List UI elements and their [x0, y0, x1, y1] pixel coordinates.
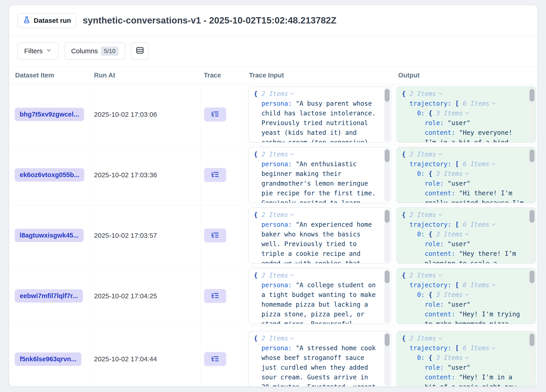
scrollbar[interactable] — [384, 269, 390, 323]
scrollbar[interactable] — [529, 269, 535, 323]
dataset-run-badge-label: Dataset run — [34, 17, 71, 24]
trace-cell — [200, 84, 245, 145]
list-tree-icon — [211, 110, 219, 119]
dataset-item-badge[interactable]: ek6oz6vtoxg055b... — [15, 168, 84, 182]
scrollbar-thumb[interactable] — [385, 271, 390, 283]
output-json[interactable]: { 2 Itemstrajectory: [ 6 Items0: { 3 Ite… — [396, 147, 536, 203]
toolbar: Filters Columns 5/10 — [9, 36, 537, 66]
filters-button-label: Filters — [24, 47, 43, 55]
dataset-run-card: Dataset run synthetic-conversations-v1 -… — [9, 5, 537, 386]
dataset-item-badge[interactable]: eebwi7mfil7lqlf7r... — [15, 289, 83, 303]
column-header-trace-input: Trace Input — [245, 66, 395, 84]
scrollbar-thumb[interactable] — [529, 89, 534, 102]
column-header-trace: Trace — [200, 66, 245, 84]
output-cell: { 2 Itemstrajectory: [ 6 Items0: { 3 Ite… — [395, 205, 537, 266]
json-content: { 2 Itemstrajectory: [ 6 Items0: { 3 Ite… — [397, 87, 525, 143]
trace-button[interactable] — [204, 289, 226, 303]
dataset-item-cell: ek6oz6vtoxg055b... — [9, 145, 90, 205]
list-tree-icon — [211, 171, 219, 179]
trace-input-cell: { 2 Itemspersona: "A college student on … — [245, 266, 395, 326]
run-at-value: 2025-10-02 17:03:06 — [94, 111, 157, 118]
output-json[interactable]: { 2 Itemstrajectory: [ 6 Items0: { 3 Ite… — [396, 268, 536, 324]
output-json[interactable]: { 2 Itemstrajectory: [ 6 Items0: { 3 Ite… — [396, 331, 536, 386]
json-content: { 2 Itemspersona: "An enthusiastic begin… — [249, 147, 377, 203]
dataset-item-badge[interactable]: l8agtuwxisgwk45... — [15, 229, 84, 242]
json-content: { 2 Itemstrajectory: [ 6 Items0: { 3 Ite… — [397, 208, 525, 264]
json-content: { 2 Itemstrajectory: [ 6 Items0: { 3 Ite… — [397, 147, 525, 203]
run-at-cell: 2025-10-02 17:04:25 — [90, 266, 200, 326]
table-body: bhg7t5xv9zgwcel... 2025-10-02 17:03:06 — [9, 84, 537, 386]
list-tree-icon — [211, 291, 219, 300]
run-at-value: 2025-10-02 17:04:44 — [94, 355, 157, 363]
scrollbar-thumb[interactable] — [529, 150, 534, 162]
dataset-item-cell: f5nk6lse963qrvn... — [9, 326, 90, 386]
scrollbar-thumb[interactable] — [385, 89, 390, 102]
output-cell: { 2 Itemstrajectory: [ 6 Items0: { 3 Ite… — [395, 266, 537, 326]
scrollbar-thumb[interactable] — [529, 334, 534, 346]
output-cell: { 2 Itemstrajectory: [ 6 Items0: { 3 Ite… — [395, 145, 537, 205]
output-cell: { 2 Itemstrajectory: [ 6 Items0: { 3 Ite… — [395, 84, 537, 145]
dataset-item-badge[interactable]: f5nk6lse963qrvn... — [15, 353, 81, 366]
column-header-dataset-item: Dataset Item — [9, 66, 90, 84]
column-header-output: Output — [395, 66, 537, 84]
trace-cell — [200, 326, 245, 386]
scrollbar[interactable] — [529, 209, 535, 262]
scrollbar-thumb[interactable] — [529, 210, 534, 223]
card-header: Dataset run synthetic-conversations-v1 -… — [9, 5, 537, 36]
trace-button[interactable] — [204, 352, 226, 366]
row-height-button[interactable] — [131, 42, 149, 60]
table-row: f5nk6lse963qrvn... 2025-10-02 17:04:44 — [9, 326, 537, 386]
json-content: { 2 Itemspersona: "An experienced home b… — [249, 208, 377, 264]
scrollbar-thumb[interactable] — [529, 271, 534, 283]
trace-input-cell: { 2 Itemspersona: "An experienced home b… — [245, 205, 395, 266]
json-content: { 2 Itemstrajectory: [ 6 Items0: { 3 Ite… — [397, 331, 525, 386]
run-at-cell: 2025-10-02 17:03:57 — [90, 205, 200, 266]
output-json[interactable]: { 2 Itemstrajectory: [ 6 Items0: { 3 Ite… — [396, 86, 536, 143]
scrollbar[interactable] — [529, 148, 535, 202]
run-at-cell: 2025-10-02 17:03:36 — [90, 145, 200, 205]
trace-button[interactable] — [204, 107, 226, 121]
table-header: Dataset Item Run At Trace Trace Input Ou… — [9, 66, 537, 84]
columns-button-label: Columns — [71, 47, 98, 55]
dataset-item-badge[interactable]: bhg7t5xv9zgwcel... — [15, 108, 84, 121]
trace-input-json[interactable]: { 2 Itemspersona: "An experienced home b… — [248, 207, 391, 264]
trace-input-json[interactable]: { 2 Itemspersona: "A college student on … — [248, 268, 391, 324]
json-content: { 2 Itemstrajectory: [ 6 Items0: { 3 Ite… — [397, 268, 525, 324]
trace-cell — [200, 266, 245, 326]
scrollbar[interactable] — [384, 148, 390, 202]
dataset-item-cell: bhg7t5xv9zgwcel... — [9, 84, 90, 145]
run-at-value: 2025-10-02 17:04:25 — [94, 292, 157, 300]
trace-input-json[interactable]: { 2 Itemspersona: "A stressed home cook … — [248, 331, 391, 386]
trace-input-cell: { 2 Itemspersona: "A stressed home cook … — [245, 326, 395, 386]
run-at-cell: 2025-10-02 17:03:06 — [90, 84, 200, 145]
column-header-run-at: Run At — [90, 66, 200, 84]
scrollbar[interactable] — [529, 332, 535, 386]
run-at-value: 2025-10-02 17:03:36 — [94, 171, 157, 179]
list-tree-icon — [211, 355, 219, 364]
scrollbar[interactable] — [384, 88, 390, 141]
scrollbar[interactable] — [529, 88, 535, 141]
page-title: synthetic-conversations-v1 - 2025-10-02T… — [83, 15, 337, 25]
columns-button[interactable]: Columns 5/10 — [65, 42, 125, 60]
dataset-item-cell: l8agtuwxisgwk45... — [9, 205, 90, 266]
json-content: { 2 Itemspersona: "A stressed home cook … — [249, 331, 377, 386]
trace-button[interactable] — [204, 168, 226, 182]
scrollbar-thumb[interactable] — [385, 210, 390, 223]
trace-input-json[interactable]: { 2 Itemspersona: "An enthusiastic begin… — [248, 147, 391, 203]
trace-cell — [200, 205, 245, 266]
trace-input-json[interactable]: { 2 Itemspersona: "A busy parent whose c… — [248, 86, 391, 143]
table-row: eebwi7mfil7lqlf7r... 2025-10-02 17:04:25 — [9, 266, 537, 326]
trace-button[interactable] — [204, 228, 226, 242]
run-at-value: 2025-10-02 17:03:57 — [94, 232, 157, 239]
rows-icon — [136, 46, 144, 56]
output-json[interactable]: { 2 Itemstrajectory: [ 6 Items0: { 3 Ite… — [396, 207, 536, 264]
columns-count-badge: 5/10 — [101, 46, 118, 56]
scrollbar-thumb[interactable] — [385, 334, 390, 346]
scrollbar-thumb[interactable] — [385, 150, 390, 162]
trace-cell — [200, 145, 245, 205]
table-row: bhg7t5xv9zgwcel... 2025-10-02 17:03:06 — [9, 84, 537, 145]
table-row: l8agtuwxisgwk45... 2025-10-02 17:03:57 — [9, 205, 537, 266]
scrollbar[interactable] — [384, 209, 390, 262]
filters-button[interactable]: Filters — [17, 42, 58, 60]
scrollbar[interactable] — [384, 332, 390, 386]
